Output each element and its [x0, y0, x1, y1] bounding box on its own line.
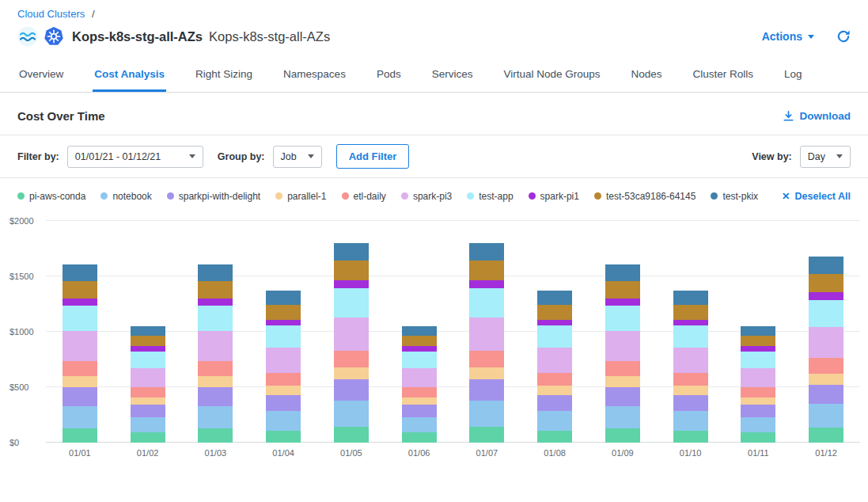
tab-right-sizing[interactable]: Right Sizing [194, 58, 254, 92]
stacked-bar-01-08[interactable] [537, 221, 572, 443]
tab-cluster-rolls[interactable]: Cluster Rolls [692, 58, 756, 92]
legend-item-test-app[interactable]: test-app [467, 191, 513, 202]
bar-segment-notebook[interactable] [402, 417, 437, 433]
bar-segment-etl-daily[interactable] [266, 373, 301, 386]
bar-segment-parallel-1[interactable] [809, 374, 843, 385]
bar-segment-parallel-1[interactable] [673, 386, 708, 395]
bar-segment-test-app[interactable] [266, 325, 301, 347]
bar-segment-test-53ca9186-64145[interactable] [63, 281, 97, 299]
bar-segment-parallel-1[interactable] [402, 397, 437, 405]
bar-segment-notebook[interactable] [809, 404, 843, 428]
bar-segment-test-pkix[interactable] [402, 326, 437, 336]
bar-segment-test-53ca9186-64145[interactable] [131, 336, 165, 346]
tab-overview[interactable]: Overview [17, 58, 65, 92]
stacked-bar-01-07[interactable] [469, 221, 504, 443]
bar-segment-sparkpi-with-delight[interactable] [334, 379, 369, 401]
bar-segment-spark-pi1[interactable] [198, 299, 233, 306]
bar-segment-notebook[interactable] [469, 401, 504, 427]
tab-nodes[interactable]: Nodes [630, 58, 664, 92]
bar-segment-etl-daily[interactable] [469, 351, 504, 367]
add-filter-button[interactable]: Add Filter [336, 144, 410, 169]
bar-segment-test-app[interactable] [673, 325, 708, 347]
bar-segment-etl-daily[interactable] [809, 358, 843, 374]
view-by-select[interactable]: Day [800, 146, 851, 168]
bar-segment-spark-pi3[interactable] [741, 368, 775, 388]
bar-segment-test-app[interactable] [809, 300, 843, 327]
bar-segment-spark-pi3[interactable] [63, 331, 97, 361]
bar-segment-test-53ca9186-64145[interactable] [673, 305, 708, 319]
stacked-bar-01-02[interactable] [131, 221, 165, 443]
bar-segment-notebook[interactable] [63, 406, 97, 428]
bar-segment-etl-daily[interactable] [63, 361, 97, 376]
bar-segment-sparkpi-with-delight[interactable] [537, 395, 572, 411]
bar-segment-test-app[interactable] [198, 306, 233, 331]
bar-segment-test-53ca9186-64145[interactable] [334, 261, 369, 280]
bar-segment-test-pkix[interactable] [198, 264, 233, 281]
actions-button[interactable]: Actions [762, 30, 814, 43]
bar-segment-test-pkix[interactable] [605, 264, 640, 281]
bar-segment-sparkpi-with-delight[interactable] [741, 405, 775, 417]
bar-segment-etl-daily[interactable] [673, 373, 708, 386]
legend-item-parallel-1[interactable]: parallel-1 [275, 191, 326, 202]
bar-segment-parallel-1[interactable] [605, 376, 640, 387]
bar-segment-sparkpi-with-delight[interactable] [131, 405, 165, 417]
bar-segment-test-53ca9186-64145[interactable] [741, 336, 775, 346]
bar-segment-test-53ca9186-64145[interactable] [266, 305, 301, 319]
tab-cost-analysis[interactable]: Cost Analysis [93, 58, 166, 92]
tab-log[interactable]: Log [783, 58, 804, 92]
bar-segment-etl-daily[interactable] [334, 351, 369, 367]
bar-segment-pi-aws-conda[interactable] [402, 432, 437, 443]
bar-segment-pi-aws-conda[interactable] [131, 432, 165, 443]
bar-segment-test-pkix[interactable] [334, 243, 369, 261]
stacked-bar-01-05[interactable] [334, 221, 369, 443]
bar-segment-parallel-1[interactable] [537, 386, 572, 395]
bar-segment-parallel-1[interactable] [198, 376, 233, 387]
bar-segment-parallel-1[interactable] [266, 386, 301, 395]
bar-segment-spark-pi1[interactable] [605, 299, 640, 306]
bar-segment-spark-pi3[interactable] [266, 348, 301, 373]
bar-segment-spark-pi1[interactable] [63, 299, 97, 306]
bar-segment-pi-aws-conda[interactable] [198, 428, 233, 443]
bar-segment-sparkpi-with-delight[interactable] [809, 385, 843, 405]
legend-item-spark-pi3[interactable]: spark-pi3 [401, 191, 452, 202]
bar-segment-etl-daily[interactable] [741, 387, 775, 397]
bar-segment-spark-pi1[interactable] [266, 320, 301, 326]
bar-segment-test-pkix[interactable] [673, 291, 708, 305]
bar-segment-sparkpi-with-delight[interactable] [198, 387, 233, 406]
refresh-icon[interactable] [836, 29, 851, 44]
stacked-bar-01-01[interactable] [63, 221, 97, 443]
deselect-all-button[interactable]: ✕ Deselect All [782, 190, 851, 202]
bar-segment-notebook[interactable] [198, 406, 233, 428]
bar-segment-sparkpi-with-delight[interactable] [402, 405, 437, 417]
bar-segment-spark-pi1[interactable] [469, 280, 504, 289]
bar-segment-test-app[interactable] [131, 352, 165, 368]
bar-segment-test-53ca9186-64145[interactable] [402, 336, 437, 346]
bar-segment-spark-pi3[interactable] [809, 327, 843, 358]
legend-item-test-pkix[interactable]: test-pkix [711, 191, 758, 202]
bar-segment-spark-pi3[interactable] [198, 331, 233, 361]
tab-namespaces[interactable]: Namespaces [282, 58, 347, 92]
legend-item-notebook[interactable]: notebook [100, 191, 151, 202]
bar-segment-etl-daily[interactable] [198, 361, 233, 376]
bar-segment-test-pkix[interactable] [809, 257, 843, 274]
legend-item-pi-aws-conda[interactable]: pi-aws-conda [17, 191, 85, 202]
bar-segment-notebook[interactable] [266, 411, 301, 431]
bar-segment-test-app[interactable] [469, 288, 504, 317]
bar-segment-notebook[interactable] [673, 411, 708, 431]
date-range-select[interactable]: 01/01/21 - 01/12/21 [67, 146, 203, 168]
bar-segment-test-pkix[interactable] [131, 326, 165, 336]
bar-segment-pi-aws-conda[interactable] [673, 431, 708, 443]
bar-segment-spark-pi3[interactable] [402, 368, 437, 388]
legend-item-etl-daily[interactable]: etl-daily [342, 191, 386, 202]
bar-segment-etl-daily[interactable] [537, 373, 572, 386]
bar-segment-etl-daily[interactable] [402, 387, 437, 397]
bar-segment-test-app[interactable] [605, 306, 640, 331]
tab-pods[interactable]: Pods [375, 58, 403, 92]
bar-segment-sparkpi-with-delight[interactable] [63, 387, 97, 406]
bar-segment-test-53ca9186-64145[interactable] [198, 281, 233, 299]
bar-segment-parallel-1[interactable] [131, 397, 165, 405]
bar-segment-parallel-1[interactable] [63, 376, 97, 387]
bar-segment-test-pkix[interactable] [741, 326, 775, 336]
bar-segment-notebook[interactable] [334, 401, 369, 427]
download-button[interactable]: Download [783, 110, 851, 122]
